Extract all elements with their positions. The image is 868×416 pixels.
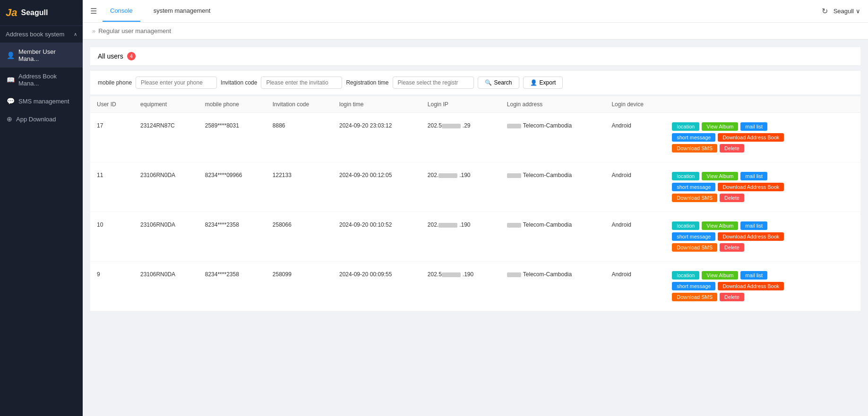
short-message-button[interactable]: short message [672,183,715,191]
cell-user-id: 10 [90,212,134,262]
cell-login-time: 2024-09-20 23:03:12 [333,113,421,162]
cell-login-time: 2024-09-20 00:09:55 [333,262,421,311]
mobile-phone-label: mobile phone [98,79,132,86]
page-title: Regular user management [98,27,171,34]
delete-button[interactable]: Delete [720,194,744,202]
view-album-button[interactable]: View Album [702,271,738,280]
sidebar-item-label-address-book: Address Book Mana... [18,73,76,87]
col-mobile-phone: mobile phone [198,96,266,113]
sidebar-item-label-sms: SMS management [18,98,69,105]
download-sms-button[interactable]: Download SMS [672,293,717,301]
registration-time-label: Registration time [346,79,388,86]
sms-icon: 💬 [7,97,15,105]
filter-bar: mobile phone Invitation code Registratio… [90,71,860,94]
short-message-button[interactable]: short message [672,232,715,241]
cell-equipment: 23124RN87C [134,113,198,162]
col-login-time: login time [333,96,421,113]
download-sms-button[interactable]: Download SMS [672,194,717,202]
cell-equipment: 23106RN0DA [134,162,198,212]
menu-icon[interactable]: ☰ [90,7,97,16]
refresh-icon[interactable]: ↻ [822,7,828,16]
sidebar: Ja Seagull Address book system ∧ 👤 Membe… [0,0,83,416]
view-album-button[interactable]: View Album [702,221,738,230]
download-sms-button[interactable]: Download SMS [672,144,717,153]
registration-time-input[interactable] [393,76,474,89]
cell-login-address: Telecom-Cambodia [500,162,605,212]
topbar: ☰ Console system management ↻ Seagull ∨ [83,0,868,23]
export-icon: 👤 [530,79,537,86]
view-album-button[interactable]: View Album [702,122,738,131]
delete-button[interactable]: Delete [720,243,744,252]
col-login-ip: Login IP [421,96,500,113]
table-header-row: User ID equipment mobile phone Invitatio… [90,96,860,113]
all-users-label: All users [98,52,123,60]
search-label: Search [494,79,512,86]
sidebar-nav: 👤 Member User Mana... 📖 Address Book Man… [0,43,83,128]
download-address-book-button[interactable]: Download Address Book [718,183,784,191]
cell-invitation-code: 258066 [266,212,333,262]
cell-invitation-code: 122133 [266,162,333,212]
sidebar-item-label-app-download: App Download [16,116,56,123]
content-area: All users 4 mobile phone Invitation code… [83,40,868,416]
mail-list-button[interactable]: mail list [740,172,767,180]
cell-actions: location View Album mail list short mess… [665,212,860,262]
cell-login-address: Telecom-Cambodia [500,113,605,162]
table-row: 9 23106RN0DA 8234****2358 258099 2024-09… [90,262,860,311]
download-address-book-button[interactable]: Download Address Book [718,282,784,290]
sidebar-section-address-book[interactable]: Address book system ∧ [0,26,83,43]
tab-console[interactable]: Console [103,0,140,22]
cell-login-address: Telecom-Cambodia [500,212,605,262]
sidebar-item-member-user[interactable]: 👤 Member User Mana... [0,43,83,68]
cell-user-id: 9 [90,262,134,311]
download-sms-button[interactable]: Download SMS [672,243,717,252]
cell-user-id: 11 [90,162,134,212]
location-button[interactable]: location [672,172,699,180]
sidebar-item-address-book[interactable]: 📖 Address Book Mana... [0,68,83,92]
user-menu[interactable]: Seagull ∨ [834,8,860,15]
cell-login-ip: 202.5.190 [421,262,500,311]
search-button[interactable]: 🔍 Search [478,76,519,89]
sidebar-item-label-member-user: Member User Mana... [18,48,76,62]
search-icon: 🔍 [485,79,492,86]
sidebar-item-app-download[interactable]: ⊕ App Download [0,110,83,128]
col-user-id: User ID [90,96,134,113]
invitation-code-input[interactable] [261,76,342,89]
users-table-wrap: User ID equipment mobile phone Invitatio… [90,96,860,311]
mobile-phone-input[interactable] [136,76,217,89]
topbar-right: ↻ Seagull ∨ [822,7,860,16]
delete-button[interactable]: Delete [720,144,744,153]
cell-mobile-phone: 2589****8031 [198,113,266,162]
cell-login-address: Telecom-Cambodia [500,262,605,311]
short-message-button[interactable]: short message [672,133,715,142]
col-login-device: Login device [605,96,665,113]
location-button[interactable]: location [672,122,699,131]
mail-list-button[interactable]: mail list [740,122,767,131]
table-row: 11 23106RN0DA 8234****09966 122133 2024-… [90,162,860,212]
cell-actions: location View Album mail list short mess… [665,162,860,212]
table-row: 17 23124RN87C 2589****8031 8886 2024-09-… [90,113,860,162]
breadcrumb: » Regular user management [83,23,868,40]
cell-equipment: 23106RN0DA [134,262,198,311]
cell-mobile-phone: 8234****2358 [198,212,266,262]
download-address-book-button[interactable]: Download Address Book [718,232,784,241]
location-button[interactable]: location [672,221,699,230]
short-message-button[interactable]: short message [672,282,715,290]
export-button[interactable]: 👤 Export [523,76,563,89]
location-button[interactable]: location [672,271,699,280]
view-album-button[interactable]: View Album [702,172,738,180]
cell-login-ip: 202.5.29 [421,113,500,162]
users-badge: 4 [127,52,136,60]
cell-login-device: Android [605,162,665,212]
cell-equipment: 23106RN0DA [134,212,198,262]
sidebar-item-sms-management[interactable]: 💬 SMS management [0,92,83,110]
delete-button[interactable]: Delete [720,293,744,301]
mail-list-button[interactable]: mail list [740,271,767,280]
user-icon: 👤 [7,51,15,59]
tab-system-management[interactable]: system management [146,0,218,22]
book-icon: 📖 [7,76,15,84]
mail-list-button[interactable]: mail list [740,221,767,230]
cell-login-device: Android [605,113,665,162]
download-address-book-button[interactable]: Download Address Book [718,133,784,142]
logo-text: Seagull [21,8,48,17]
cell-login-time: 2024-09-20 00:10:52 [333,212,421,262]
